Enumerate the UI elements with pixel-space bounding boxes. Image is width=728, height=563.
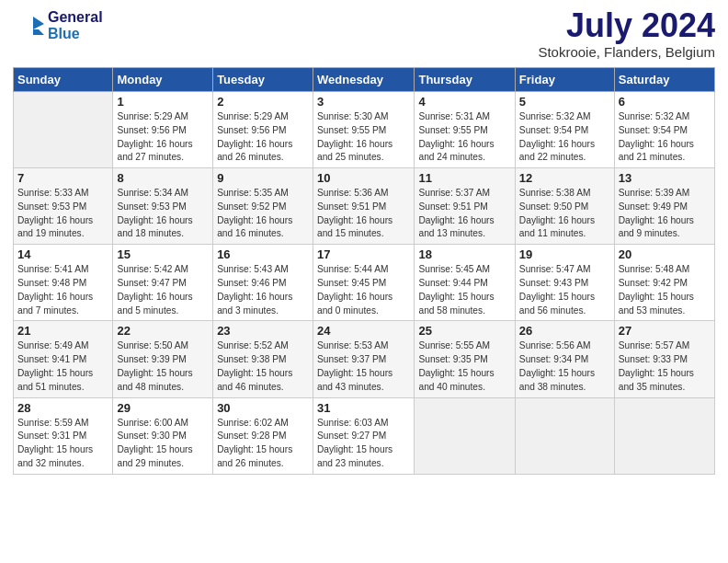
day-number: 1 (117, 95, 209, 109)
calendar-cell (415, 397, 515, 474)
day-info: Sunrise: 6:03 AM Sunset: 9:27 PM Dayligh… (317, 417, 410, 471)
calendar-container: GeneralBlue July 2024 Stokrooie, Flander… (0, 0, 728, 563)
day-info: Sunrise: 5:42 AM Sunset: 9:47 PM Dayligh… (117, 263, 209, 317)
day-number: 15 (117, 247, 209, 261)
day-number: 4 (418, 95, 510, 109)
day-info: Sunrise: 5:49 AM Sunset: 9:41 PM Dayligh… (17, 339, 108, 394)
day-number: 2 (217, 95, 309, 109)
day-number: 26 (519, 324, 610, 338)
day-number: 3 (317, 95, 410, 109)
day-number: 30 (217, 401, 309, 415)
day-info: Sunrise: 5:53 AM Sunset: 9:37 PM Dayligh… (317, 339, 410, 394)
title-area: July 2024 Stokrooie, Flanders, Belgium (538, 9, 715, 60)
calendar-cell: 18Sunrise: 5:45 AM Sunset: 9:44 PM Dayli… (415, 245, 515, 321)
location: Stokrooie, Flanders, Belgium (538, 44, 715, 60)
week-row-4: 21Sunrise: 5:49 AM Sunset: 9:41 PM Dayli… (14, 321, 715, 397)
calendar-cell (14, 92, 113, 168)
day-info: Sunrise: 5:29 AM Sunset: 9:56 PM Dayligh… (117, 110, 209, 165)
day-info: Sunrise: 5:36 AM Sunset: 9:51 PM Dayligh… (317, 187, 410, 241)
calendar-cell (614, 397, 714, 474)
day-info: Sunrise: 5:52 AM Sunset: 9:38 PM Dayligh… (217, 339, 309, 394)
calendar-cell: 28Sunrise: 5:59 AM Sunset: 9:31 PM Dayli… (14, 397, 113, 474)
calendar-cell: 10Sunrise: 5:36 AM Sunset: 9:51 PM Dayli… (313, 168, 415, 245)
week-row-1: 1Sunrise: 5:29 AM Sunset: 9:56 PM Daylig… (14, 92, 715, 168)
day-number: 9 (217, 171, 309, 185)
day-info: Sunrise: 5:47 AM Sunset: 9:43 PM Dayligh… (519, 263, 610, 317)
calendar-cell: 16Sunrise: 5:43 AM Sunset: 9:46 PM Dayli… (213, 245, 313, 321)
day-number: 20 (619, 247, 711, 261)
weekday-header-thursday: Thursday (415, 68, 515, 92)
day-info: Sunrise: 5:44 AM Sunset: 9:45 PM Dayligh… (317, 263, 410, 317)
calendar-cell: 5Sunrise: 5:32 AM Sunset: 9:54 PM Daylig… (515, 92, 614, 168)
day-number: 21 (17, 324, 108, 338)
calendar-cell: 21Sunrise: 5:49 AM Sunset: 9:41 PM Dayli… (14, 321, 113, 397)
calendar-cell: 31Sunrise: 6:03 AM Sunset: 9:27 PM Dayli… (313, 397, 415, 474)
weekday-header-friday: Friday (515, 68, 614, 92)
calendar-cell: 22Sunrise: 5:50 AM Sunset: 9:39 PM Dayli… (113, 321, 213, 397)
logo-blue: Blue (48, 26, 103, 42)
calendar-cell: 19Sunrise: 5:47 AM Sunset: 9:43 PM Dayli… (515, 245, 614, 321)
day-info: Sunrise: 5:35 AM Sunset: 9:52 PM Dayligh… (217, 187, 309, 241)
day-info: Sunrise: 5:39 AM Sunset: 9:49 PM Dayligh… (619, 187, 711, 241)
weekday-header-tuesday: Tuesday (213, 68, 313, 92)
calendar-cell: 2Sunrise: 5:29 AM Sunset: 9:56 PM Daylig… (213, 92, 313, 168)
calendar-table: SundayMondayTuesdayWednesdayThursdayFrid… (13, 67, 715, 475)
day-number: 16 (217, 247, 309, 261)
day-info: Sunrise: 5:33 AM Sunset: 9:53 PM Dayligh… (17, 187, 108, 241)
day-number: 24 (317, 324, 410, 338)
day-info: Sunrise: 5:34 AM Sunset: 9:53 PM Dayligh… (117, 187, 209, 241)
weekday-header-sunday: Sunday (14, 68, 113, 92)
day-info: Sunrise: 5:45 AM Sunset: 9:44 PM Dayligh… (418, 263, 510, 317)
day-info: Sunrise: 5:31 AM Sunset: 9:55 PM Dayligh… (418, 110, 510, 165)
day-info: Sunrise: 5:37 AM Sunset: 9:51 PM Dayligh… (418, 187, 510, 241)
day-number: 12 (519, 171, 610, 185)
weekday-header-monday: Monday (113, 68, 213, 92)
calendar-cell: 9Sunrise: 5:35 AM Sunset: 9:52 PM Daylig… (213, 168, 313, 245)
calendar-cell: 13Sunrise: 5:39 AM Sunset: 9:49 PM Dayli… (614, 168, 714, 245)
week-row-2: 7Sunrise: 5:33 AM Sunset: 9:53 PM Daylig… (14, 168, 715, 245)
day-number: 11 (418, 171, 510, 185)
day-info: Sunrise: 5:43 AM Sunset: 9:46 PM Dayligh… (217, 263, 309, 317)
day-number: 19 (519, 247, 610, 261)
week-row-5: 28Sunrise: 5:59 AM Sunset: 9:31 PM Dayli… (14, 397, 715, 474)
day-number: 28 (17, 401, 108, 415)
day-info: Sunrise: 5:38 AM Sunset: 9:50 PM Dayligh… (519, 187, 610, 241)
calendar-cell: 11Sunrise: 5:37 AM Sunset: 9:51 PM Dayli… (415, 168, 515, 245)
calendar-cell: 14Sunrise: 5:41 AM Sunset: 9:48 PM Dayli… (14, 245, 113, 321)
day-number: 31 (317, 401, 410, 415)
calendar-cell: 6Sunrise: 5:32 AM Sunset: 9:54 PM Daylig… (614, 92, 714, 168)
calendar-cell: 7Sunrise: 5:33 AM Sunset: 9:53 PM Daylig… (14, 168, 113, 245)
day-info: Sunrise: 5:32 AM Sunset: 9:54 PM Dayligh… (619, 110, 711, 165)
day-info: Sunrise: 5:41 AM Sunset: 9:48 PM Dayligh… (17, 263, 108, 317)
svg-marker-0 (33, 17, 44, 35)
calendar-cell: 23Sunrise: 5:52 AM Sunset: 9:38 PM Dayli… (213, 321, 313, 397)
week-row-3: 14Sunrise: 5:41 AM Sunset: 9:48 PM Dayli… (14, 245, 715, 321)
calendar-cell: 17Sunrise: 5:44 AM Sunset: 9:45 PM Dayli… (313, 245, 415, 321)
calendar-cell: 12Sunrise: 5:38 AM Sunset: 9:50 PM Dayli… (515, 168, 614, 245)
day-number: 6 (619, 95, 711, 109)
day-number: 5 (519, 95, 610, 109)
day-number: 22 (117, 324, 209, 338)
day-info: Sunrise: 5:57 AM Sunset: 9:33 PM Dayligh… (619, 339, 711, 394)
day-info: Sunrise: 6:00 AM Sunset: 9:30 PM Dayligh… (117, 417, 209, 471)
day-number: 27 (619, 324, 711, 338)
logo-bird-icon (13, 9, 44, 42)
day-info: Sunrise: 5:30 AM Sunset: 9:55 PM Dayligh… (317, 110, 410, 165)
calendar-cell: 3Sunrise: 5:30 AM Sunset: 9:55 PM Daylig… (313, 92, 415, 168)
day-number: 7 (17, 171, 108, 185)
day-info: Sunrise: 5:55 AM Sunset: 9:35 PM Dayligh… (418, 339, 510, 394)
header: GeneralBlue July 2024 Stokrooie, Flander… (13, 9, 715, 60)
day-number: 14 (17, 247, 108, 261)
day-number: 10 (317, 171, 410, 185)
day-number: 18 (418, 247, 510, 261)
calendar-cell: 30Sunrise: 6:02 AM Sunset: 9:28 PM Dayli… (213, 397, 313, 474)
logo: GeneralBlue (13, 9, 103, 42)
calendar-cell: 24Sunrise: 5:53 AM Sunset: 9:37 PM Dayli… (313, 321, 415, 397)
day-number: 8 (117, 171, 209, 185)
day-info: Sunrise: 5:50 AM Sunset: 9:39 PM Dayligh… (117, 339, 209, 394)
calendar-cell: 15Sunrise: 5:42 AM Sunset: 9:47 PM Dayli… (113, 245, 213, 321)
day-info: Sunrise: 5:56 AM Sunset: 9:34 PM Dayligh… (519, 339, 610, 394)
day-info: Sunrise: 5:59 AM Sunset: 9:31 PM Dayligh… (17, 417, 108, 471)
day-number: 25 (418, 324, 510, 338)
day-info: Sunrise: 5:32 AM Sunset: 9:54 PM Dayligh… (519, 110, 610, 165)
